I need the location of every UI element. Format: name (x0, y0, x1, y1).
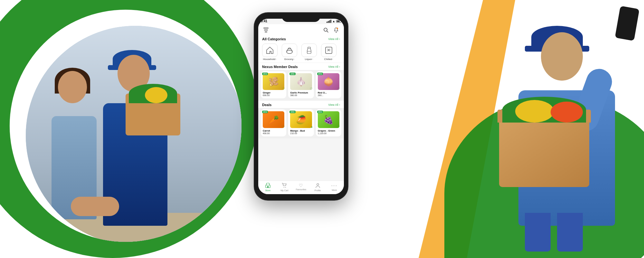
grapes-heart[interactable]: ♡ (337, 125, 340, 129)
carrot-price: 490.00 (263, 132, 284, 134)
svg-point-6 (336, 28, 338, 29)
man-right-leg-left (525, 213, 551, 252)
app-header (258, 24, 344, 35)
svg-point-7 (287, 50, 292, 54)
notification-button[interactable] (332, 26, 340, 34)
right-delivery-man (477, 10, 644, 255)
man-right-figure (499, 16, 634, 252)
filter-button[interactable] (262, 26, 270, 34)
ginger-heart[interactable]: ♡ (282, 87, 285, 91)
garlic-image: 🧄 (290, 73, 312, 90)
search-button[interactable] (322, 26, 330, 34)
svg-rect-8 (308, 47, 310, 48)
ginger-name: Ginger (263, 91, 284, 94)
product-grapes[interactable]: 1KG 🍇 ♡ Grapes - Green 1,120.00 (316, 109, 341, 136)
battery-fill (337, 21, 340, 22)
phone-frame: 9:41 ▲ (254, 13, 348, 200)
category-household[interactable]: Household › (261, 44, 279, 61)
product-onion[interactable]: 1KG 🧅 ♡ Red O... 260... (316, 71, 341, 98)
svg-point-14 (285, 187, 286, 188)
header-right-icons (322, 26, 340, 34)
chilled-icon-box (321, 44, 336, 57)
grocery-chevron: › (294, 58, 294, 60)
ginger-price: 690.00 (263, 94, 284, 96)
svg-line-4 (327, 31, 328, 32)
signal-bars (327, 20, 331, 23)
cart-icon (282, 183, 287, 189)
ginger-image: 🫚 (263, 73, 284, 90)
favourites-label: Favourites (296, 188, 307, 191)
ginger-badge: 1KG (262, 73, 268, 75)
onion-price: 260... (318, 94, 339, 96)
product-ginger[interactable]: 1KG 🫚 ♡ Ginger 690.00 (261, 71, 286, 98)
nav-more[interactable]: ··· More (328, 183, 340, 192)
product-carrot[interactable]: 1KG 🥕 ♡ Carrot 490.00 (261, 109, 286, 136)
carrot-heart[interactable]: ♡ (282, 125, 285, 129)
carrot-name: Carrot (263, 129, 284, 132)
svg-point-15 (317, 184, 319, 185)
nav-store[interactable]: Store (262, 183, 274, 192)
main-container: 9:41 ▲ (0, 0, 644, 258)
handshake (71, 197, 119, 216)
man-right-head (541, 32, 583, 81)
phone-mockup: 9:41 ▲ (254, 13, 348, 200)
all-categories-view-all[interactable]: View All › (328, 37, 340, 41)
category-grocery[interactable]: Grocery › (280, 44, 298, 61)
nexus-deals-header: Nexus Member Deals View All › (258, 63, 344, 70)
profile-icon (315, 183, 320, 189)
onion-heart[interactable]: ♡ (337, 87, 340, 91)
liquor-label: Liquor › (305, 58, 313, 61)
nav-favourites[interactable]: ♡ Favourites (295, 183, 307, 192)
phone-screen-inner: 9:41 ▲ (258, 19, 344, 194)
garlic-price: 380.00 (290, 94, 312, 96)
category-liquor[interactable]: Liquor › (300, 44, 318, 61)
onion-name: Red O... (318, 91, 339, 94)
liquor-chevron: › (312, 58, 313, 60)
household-icon-box (262, 44, 278, 57)
svg-rect-1 (264, 30, 268, 30)
onion-image: 🧅 (318, 73, 339, 90)
all-categories-header: All Categories View All › (258, 35, 344, 42)
nav-profile[interactable]: Profile (312, 183, 324, 192)
grocery-label: Grocery › (284, 58, 295, 61)
svg-point-13 (284, 187, 284, 188)
mango-name: Mango - Bud (290, 129, 312, 132)
deals-products-row: 1KG 🥕 ♡ Carrot 490.00 1KG 🥭 ♥ Mango - Bu… (258, 108, 344, 138)
bottom-navigation: Store My Cart (258, 181, 344, 194)
more-icon: ··· (331, 183, 337, 189)
household-label: Household › (263, 58, 277, 61)
grapes-name: Grapes - Green (318, 129, 339, 132)
phone-notch (282, 13, 320, 22)
man-right-leg-right (557, 213, 583, 252)
category-chilled[interactable]: Chilled › (320, 44, 337, 61)
profile-label: Profile (315, 189, 321, 192)
mango-badge: 1KG (289, 111, 295, 113)
garlic-badge: 1KG (289, 73, 295, 75)
status-time: 9:41 (261, 19, 267, 23)
product-mango[interactable]: 1KG 🥭 ♥ Mango - Bud 210.00 (288, 109, 314, 136)
product-garlic[interactable]: 1KG 🧄 ♡ Garlic Premium 380.00 (288, 71, 314, 98)
produce-yellow (145, 87, 167, 103)
grapes-image: 🍇 (318, 111, 339, 128)
left-photo-circle (10, 10, 242, 242)
woman-figure (45, 64, 103, 219)
svg-rect-0 (263, 28, 269, 28)
svg-point-5 (336, 32, 337, 33)
nav-cart[interactable]: My Cart (279, 183, 290, 192)
garlic-heart[interactable]: ♡ (310, 87, 313, 91)
onion-badge: 1KG (317, 73, 323, 75)
signal-bar-1 (327, 22, 327, 23)
mango-image: 🥭 (290, 111, 312, 128)
more-label: More (332, 189, 337, 191)
nexus-deals-view-all[interactable]: View All › (328, 65, 340, 68)
store-label: Store (265, 189, 270, 192)
cart-label: My Cart (280, 189, 289, 192)
grocery-box (499, 116, 589, 187)
household-chevron: › (276, 58, 276, 60)
deals-title: Deals (262, 103, 271, 107)
deals-header: Deals View All › (258, 101, 344, 108)
mango-heart[interactable]: ♥ (311, 126, 313, 129)
signal-bar-3 (329, 20, 330, 23)
mango-price: 210.00 (290, 132, 312, 134)
deals-view-all[interactable]: View All › (328, 103, 340, 106)
